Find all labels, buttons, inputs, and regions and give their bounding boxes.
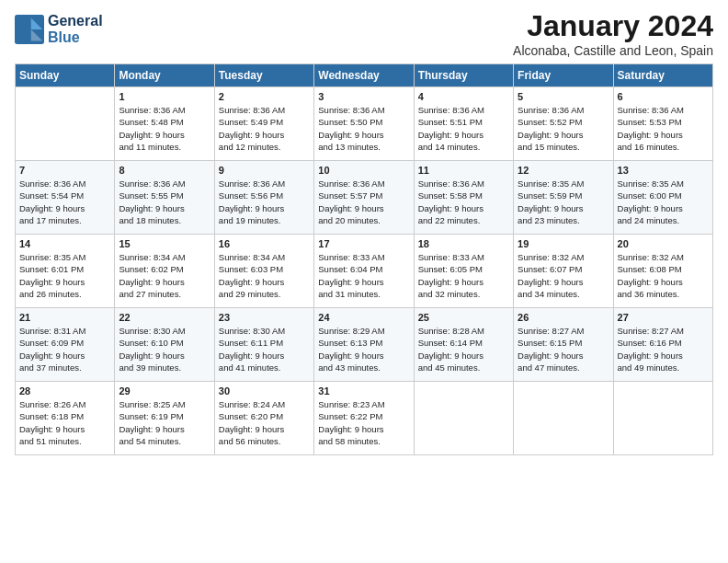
calendar-cell: 20Sunrise: 8:32 AM Sunset: 6:08 PM Dayli…	[613, 235, 712, 308]
cell-info: Sunrise: 8:36 AM Sunset: 5:54 PM Dayligh…	[19, 178, 110, 226]
week-row-4: 21Sunrise: 8:31 AM Sunset: 6:09 PM Dayli…	[16, 308, 713, 382]
calendar-cell: 26Sunrise: 8:27 AM Sunset: 6:15 PM Dayli…	[514, 308, 613, 382]
header-sunday: Sunday	[16, 64, 115, 87]
month-title: January 2024	[513, 9, 713, 43]
calendar-cell: 10Sunrise: 8:36 AM Sunset: 5:57 PM Dayli…	[314, 161, 414, 235]
calendar-cell: 17Sunrise: 8:33 AM Sunset: 6:04 PM Dayli…	[314, 235, 414, 308]
cell-info: Sunrise: 8:36 AM Sunset: 5:50 PM Dayligh…	[318, 104, 409, 153]
cell-info: Sunrise: 8:30 AM Sunset: 6:11 PM Dayligh…	[219, 325, 310, 373]
day-number: 29	[119, 385, 210, 396]
cell-info: Sunrise: 8:27 AM Sunset: 6:15 PM Dayligh…	[518, 325, 609, 373]
day-number: 25	[418, 312, 509, 323]
cell-info: Sunrise: 8:36 AM Sunset: 5:49 PM Dayligh…	[219, 104, 310, 153]
header-thursday: Thursday	[414, 64, 513, 87]
cell-info: Sunrise: 8:29 AM Sunset: 6:13 PM Dayligh…	[318, 325, 409, 373]
day-number: 13	[618, 165, 709, 176]
day-number: 7	[19, 165, 110, 176]
day-number: 30	[219, 385, 310, 396]
calendar-cell	[414, 382, 513, 455]
day-number: 16	[219, 238, 310, 249]
week-row-5: 28Sunrise: 8:26 AM Sunset: 6:18 PM Dayli…	[16, 382, 713, 455]
calendar-cell: 23Sunrise: 8:30 AM Sunset: 6:11 PM Dayli…	[214, 308, 313, 382]
cell-info: Sunrise: 8:36 AM Sunset: 5:58 PM Dayligh…	[418, 178, 509, 226]
cell-info: Sunrise: 8:36 AM Sunset: 5:56 PM Dayligh…	[219, 178, 310, 226]
day-number: 4	[418, 91, 509, 102]
day-number: 3	[318, 91, 409, 102]
week-row-3: 14Sunrise: 8:35 AM Sunset: 6:01 PM Dayli…	[16, 235, 713, 308]
calendar-cell: 1Sunrise: 8:36 AM Sunset: 5:48 PM Daylig…	[115, 87, 214, 161]
day-number: 6	[618, 91, 709, 102]
cell-info: Sunrise: 8:27 AM Sunset: 6:16 PM Dayligh…	[618, 325, 709, 373]
cell-info: Sunrise: 8:23 AM Sunset: 6:22 PM Dayligh…	[318, 398, 409, 447]
cell-info: Sunrise: 8:34 AM Sunset: 6:03 PM Dayligh…	[219, 251, 310, 300]
calendar-cell: 18Sunrise: 8:33 AM Sunset: 6:05 PM Dayli…	[414, 235, 513, 308]
cell-info: Sunrise: 8:33 AM Sunset: 6:05 PM Dayligh…	[418, 251, 509, 300]
day-number: 26	[518, 312, 609, 323]
cell-info: Sunrise: 8:32 AM Sunset: 6:07 PM Dayligh…	[518, 251, 609, 300]
calendar-cell: 12Sunrise: 8:35 AM Sunset: 5:59 PM Dayli…	[514, 161, 613, 235]
cell-info: Sunrise: 8:36 AM Sunset: 5:51 PM Dayligh…	[418, 104, 509, 153]
day-number: 11	[418, 165, 509, 176]
calendar-cell: 5Sunrise: 8:36 AM Sunset: 5:52 PM Daylig…	[514, 87, 613, 161]
cell-info: Sunrise: 8:26 AM Sunset: 6:18 PM Dayligh…	[19, 398, 110, 447]
cell-info: Sunrise: 8:36 AM Sunset: 5:55 PM Dayligh…	[119, 178, 210, 226]
cell-info: Sunrise: 8:31 AM Sunset: 6:09 PM Dayligh…	[19, 325, 110, 373]
calendar-cell: 14Sunrise: 8:35 AM Sunset: 6:01 PM Dayli…	[16, 235, 115, 308]
calendar-cell: 13Sunrise: 8:35 AM Sunset: 6:00 PM Dayli…	[613, 161, 712, 235]
calendar-cell: 2Sunrise: 8:36 AM Sunset: 5:49 PM Daylig…	[214, 87, 313, 161]
cell-info: Sunrise: 8:36 AM Sunset: 5:57 PM Dayligh…	[318, 178, 409, 226]
day-number: 23	[219, 312, 310, 323]
calendar-cell: 16Sunrise: 8:34 AM Sunset: 6:03 PM Dayli…	[214, 235, 313, 308]
calendar-cell: 6Sunrise: 8:36 AM Sunset: 5:53 PM Daylig…	[613, 87, 712, 161]
cell-info: Sunrise: 8:36 AM Sunset: 5:53 PM Dayligh…	[618, 104, 709, 153]
location-title: Alconaba, Castille and Leon, Spain	[513, 43, 713, 58]
calendar-cell: 31Sunrise: 8:23 AM Sunset: 6:22 PM Dayli…	[314, 382, 414, 455]
day-number: 28	[19, 385, 110, 396]
cell-info: Sunrise: 8:35 AM Sunset: 5:59 PM Dayligh…	[518, 178, 609, 226]
day-number: 10	[318, 165, 409, 176]
calendar-cell: 4Sunrise: 8:36 AM Sunset: 5:51 PM Daylig…	[414, 87, 513, 161]
calendar-cell: 7Sunrise: 8:36 AM Sunset: 5:54 PM Daylig…	[16, 161, 115, 235]
cell-info: Sunrise: 8:35 AM Sunset: 6:01 PM Dayligh…	[19, 251, 110, 300]
day-number: 17	[318, 238, 409, 249]
calendar-cell: 8Sunrise: 8:36 AM Sunset: 5:55 PM Daylig…	[115, 161, 214, 235]
calendar-cell: 15Sunrise: 8:34 AM Sunset: 6:02 PM Dayli…	[115, 235, 214, 308]
cell-info: Sunrise: 8:36 AM Sunset: 5:52 PM Dayligh…	[518, 104, 609, 153]
page-container: General Blue January 2024 Alconaba, Cast…	[0, 0, 728, 465]
day-number: 5	[518, 91, 609, 102]
calendar-cell: 29Sunrise: 8:25 AM Sunset: 6:19 PM Dayli…	[115, 382, 214, 455]
header-tuesday: Tuesday	[214, 64, 313, 87]
calendar-cell: 24Sunrise: 8:29 AM Sunset: 6:13 PM Dayli…	[314, 308, 414, 382]
title-area: January 2024 Alconaba, Castille and Leon…	[513, 9, 713, 58]
cell-info: Sunrise: 8:33 AM Sunset: 6:04 PM Dayligh…	[318, 251, 409, 300]
day-number: 21	[19, 312, 110, 323]
calendar-cell: 27Sunrise: 8:27 AM Sunset: 6:16 PM Dayli…	[613, 308, 712, 382]
week-row-2: 7Sunrise: 8:36 AM Sunset: 5:54 PM Daylig…	[16, 161, 713, 235]
day-number: 27	[618, 312, 709, 323]
day-number: 31	[318, 385, 409, 396]
day-number: 12	[518, 165, 609, 176]
day-number: 2	[219, 91, 310, 102]
day-number: 24	[318, 312, 409, 323]
calendar-cell	[613, 382, 712, 455]
cell-info: Sunrise: 8:34 AM Sunset: 6:02 PM Dayligh…	[119, 251, 210, 300]
logo: General Blue	[15, 13, 103, 46]
day-number: 14	[19, 238, 110, 249]
day-number: 15	[119, 238, 210, 249]
logo-icon	[15, 15, 44, 44]
cell-info: Sunrise: 8:30 AM Sunset: 6:10 PM Dayligh…	[119, 325, 210, 373]
cell-info: Sunrise: 8:28 AM Sunset: 6:14 PM Dayligh…	[418, 325, 509, 373]
cell-info: Sunrise: 8:32 AM Sunset: 6:08 PM Dayligh…	[618, 251, 709, 300]
calendar-cell: 21Sunrise: 8:31 AM Sunset: 6:09 PM Dayli…	[16, 308, 115, 382]
calendar-cell: 11Sunrise: 8:36 AM Sunset: 5:58 PM Dayli…	[414, 161, 513, 235]
header-monday: Monday	[115, 64, 214, 87]
calendar-cell: 19Sunrise: 8:32 AM Sunset: 6:07 PM Dayli…	[514, 235, 613, 308]
day-number: 19	[518, 238, 609, 249]
header-wednesday: Wednesday	[314, 64, 414, 87]
calendar-cell: 22Sunrise: 8:30 AM Sunset: 6:10 PM Dayli…	[115, 308, 214, 382]
header: General Blue January 2024 Alconaba, Cast…	[15, 9, 713, 58]
cell-info: Sunrise: 8:24 AM Sunset: 6:20 PM Dayligh…	[219, 398, 310, 447]
calendar-cell: 28Sunrise: 8:26 AM Sunset: 6:18 PM Dayli…	[16, 382, 115, 455]
calendar-cell: 9Sunrise: 8:36 AM Sunset: 5:56 PM Daylig…	[214, 161, 313, 235]
cell-info: Sunrise: 8:35 AM Sunset: 6:00 PM Dayligh…	[618, 178, 709, 226]
